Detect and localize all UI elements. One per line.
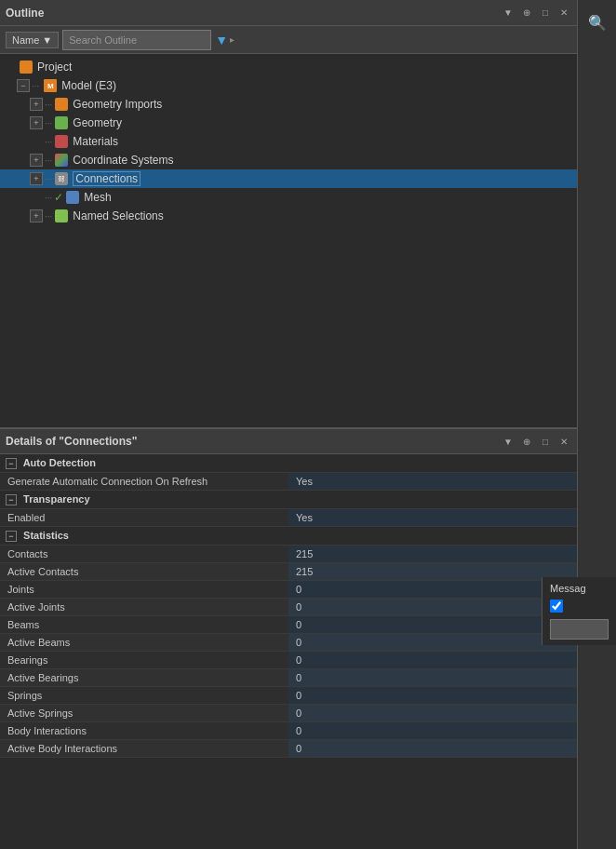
geo-imports-expand[interactable]: + (30, 98, 43, 111)
search-icon-button[interactable]: 🔍 (583, 7, 612, 37)
geometry-icon (54, 115, 69, 130)
name-dropdown-arrow: ▼ (42, 34, 52, 46)
message-checkbox[interactable] (550, 600, 563, 613)
joints-value[interactable]: 0 (288, 581, 577, 599)
geometry-dots: ··· (45, 118, 52, 128)
coord-label: Coordinate Systems (73, 154, 173, 167)
beams-label: Beams (0, 616, 288, 634)
right-sidebar: 🔍 (577, 0, 616, 849)
section-transparency[interactable]: − Transparency (0, 491, 577, 509)
name-dropdown-button[interactable]: Name ▼ (6, 32, 59, 48)
auto-detection-label: Auto Detection (23, 457, 96, 468)
details-title-icons: ▼ ⊕ □ ✕ (501, 434, 571, 449)
connections-dots: ··· (45, 174, 52, 184)
search-input[interactable] (62, 30, 211, 50)
outline-close-icon[interactable]: ✕ (556, 6, 571, 20)
coord-icon (54, 153, 69, 168)
bearings-value[interactable]: 0 (288, 652, 577, 669)
contacts-value[interactable]: 215 (288, 546, 577, 563)
statistics-toggle[interactable]: − (6, 531, 17, 542)
details-close-icon[interactable]: ✕ (556, 434, 571, 449)
model-dots: ··· (32, 81, 39, 91)
active-body-interactions-label: Active Body Interactions (0, 740, 288, 758)
model-icon: M (43, 78, 58, 93)
outline-title-icons: ▼ ⊕ □ ✕ (501, 6, 571, 20)
prop-row-body-interactions: Body Interactions 0 (0, 722, 577, 740)
active-contacts-value[interactable]: 215 (288, 563, 577, 581)
geo-imports-icon (54, 97, 69, 112)
body-interactions-value[interactable]: 0 (288, 722, 577, 740)
details-dock-icon[interactable]: ⊕ (519, 434, 534, 449)
outline-minimize-icon[interactable]: □ (538, 6, 553, 20)
mesh-label: Mesh (84, 191, 111, 204)
coord-expand[interactable]: + (30, 154, 43, 167)
enabled-value[interactable]: Yes (288, 509, 577, 527)
auto-connection-label: Generate Automatic Connection On Refresh (0, 473, 288, 491)
active-beams-value[interactable]: 0 (288, 634, 577, 652)
auto-detection-toggle[interactable]: − (6, 458, 17, 469)
tree-item-geometry[interactable]: + ··· Geometry (0, 114, 577, 132)
project-icon (19, 60, 33, 74)
prop-row-active-joints: Active Joints 0 (0, 599, 577, 616)
tree-item-coordinate-systems[interactable]: + ··· Coordinate Systems (0, 151, 577, 169)
outline-title: Outline (6, 7, 44, 20)
transparency-label: Transparency (23, 493, 90, 505)
springs-label: Springs (0, 687, 288, 705)
details-pin-icon[interactable]: ▼ (501, 434, 516, 449)
springs-value[interactable]: 0 (288, 687, 577, 705)
beams-value[interactable]: 0 (288, 616, 577, 634)
materials-icon (54, 134, 69, 149)
message-input-area[interactable] (550, 619, 609, 640)
section-auto-detection[interactable]: − Auto Detection (0, 454, 577, 473)
active-springs-value[interactable]: 0 (288, 705, 577, 722)
dropdown-arrow-icon: ▼ (215, 33, 228, 47)
named-icon (54, 209, 69, 223)
tree-item-geometry-imports[interactable]: + ··· Geometry Imports (0, 95, 577, 114)
active-contacts-label: Active Contacts (0, 563, 288, 581)
details-minimize-icon[interactable]: □ (538, 434, 553, 449)
tree-item-project[interactable]: Project (0, 58, 577, 76)
details-table: − Auto Detection Generate Automatic Conn… (0, 454, 577, 758)
search-dropdown[interactable]: ▼ ▸ (215, 33, 234, 47)
named-dots: ··· (45, 211, 52, 222)
auto-connection-value[interactable]: Yes (288, 473, 577, 491)
active-beams-label: Active Beams (0, 634, 288, 652)
model-expand[interactable]: − (17, 79, 30, 92)
prop-row-active-beams: Active Beams 0 (0, 634, 577, 652)
prop-row-bearings: Bearings 0 (0, 652, 577, 669)
active-bearings-value[interactable]: 0 (288, 669, 577, 687)
tree-item-mesh[interactable]: ··· ✓ Mesh (0, 188, 577, 207)
connections-expand[interactable]: + (30, 172, 43, 185)
details-title: Details of "Connections" (6, 435, 137, 448)
connections-label: Connections (73, 171, 141, 186)
section-statistics[interactable]: − Statistics (0, 527, 577, 546)
outline-pin-icon[interactable]: ▼ (501, 6, 516, 20)
prop-row-auto-connection: Generate Automatic Connection On Refresh… (0, 473, 577, 491)
joints-label: Joints (0, 581, 288, 599)
transparency-toggle[interactable]: − (6, 494, 17, 505)
materials-dots: ··· (45, 137, 52, 147)
outline-dock-icon[interactable]: ⊕ (519, 6, 534, 20)
name-label: Name (12, 34, 39, 46)
statistics-label: Statistics (23, 530, 69, 541)
geometry-expand[interactable]: + (30, 116, 43, 129)
active-body-interactions-value[interactable]: 0 (288, 740, 577, 758)
tree-item-materials[interactable]: ··· Materials (0, 132, 577, 151)
mesh-dots: ··· (45, 193, 52, 203)
details-scroll: − Auto Detection Generate Automatic Conn… (0, 454, 577, 849)
model-label: Model (E3) (61, 79, 116, 92)
prop-row-contacts: Contacts 215 (0, 546, 577, 563)
tree-item-model[interactable]: − ··· M Model (E3) (0, 76, 577, 95)
tree-item-connections[interactable]: + ··· ⛓ Connections (0, 169, 577, 188)
active-joints-value[interactable]: 0 (288, 599, 577, 616)
bearings-label: Bearings (0, 652, 288, 669)
tree-item-named-selections[interactable]: + ··· Named Selections (0, 207, 577, 225)
details-title-bar: Details of "Connections" ▼ ⊕ □ ✕ (0, 428, 577, 454)
prop-row-active-springs: Active Springs 0 (0, 705, 577, 722)
body-interactions-label: Body Interactions (0, 722, 288, 740)
prop-row-springs: Springs 0 (0, 687, 577, 705)
prop-row-joints: Joints 0 (0, 581, 577, 599)
named-expand[interactable]: + (30, 209, 43, 222)
geometry-label: Geometry (73, 116, 122, 129)
active-bearings-label: Active Bearings (0, 669, 288, 687)
